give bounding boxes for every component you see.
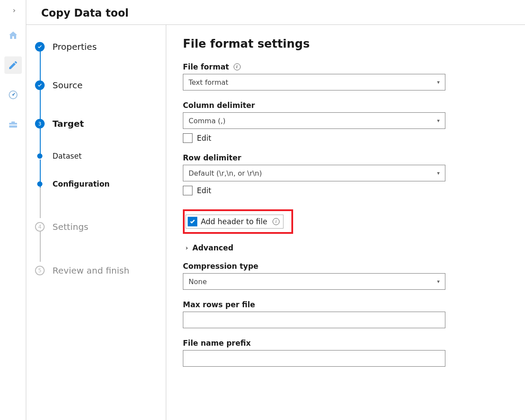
add-header-highlight: Add header to file i [183,209,293,234]
svg-rect-3 [11,121,15,123]
step-number-icon: 3 [35,119,45,128]
form-title: File format settings [183,37,508,50]
svg-point-1 [12,94,14,96]
chevron-down-icon: ▾ [437,79,440,85]
step-label: Source [52,80,83,90]
compression-value: None [189,278,207,286]
gauge-icon[interactable] [4,86,22,104]
field-row-delimiter: Row delimiter Default (\r,\n, or \r\n) ▾… [183,153,508,195]
step-review[interactable]: 5 Review and finish [35,262,157,279]
toolbox-icon[interactable] [4,116,22,133]
icon-rail: ›› [0,0,26,420]
field-column-delimiter: Column delimiter Comma (,) ▾ Edit [183,101,508,143]
chevron-down-icon: ▾ [437,278,440,285]
step-settings[interactable]: 4 Settings [35,218,157,236]
add-header-label: Add header to file [201,217,267,226]
content-row: Properties Source 3 Target Dataset [26,25,525,420]
info-icon[interactable]: i [273,218,280,225]
row-delimiter-edit-checkbox[interactable] [183,186,192,195]
step-label: Properties [52,42,97,52]
file-format-value: Text format [189,78,228,87]
substep-label: Dataset [52,152,82,160]
row-delimiter-select[interactable]: Default (\r,\n, or \r\n) ▾ [183,165,445,181]
file-format-label: File format [183,62,229,71]
column-delimiter-value: Comma (,) [189,117,226,125]
prefix-label: File name prefix [183,339,251,347]
step-properties[interactable]: Properties [35,38,157,56]
home-icon[interactable] [4,27,22,44]
dot-icon [37,181,42,187]
substep-configuration[interactable]: Configuration [35,176,157,192]
column-delimiter-label: Column delimiter [183,101,255,110]
main-column: Copy Data tool Properties Source 3 Targe [26,0,525,420]
max-rows-input[interactable] [183,312,445,328]
check-icon [35,80,45,90]
step-label: Settings [52,222,88,232]
svg-rect-4 [9,125,17,125]
check-icon [35,42,45,52]
wizard-steps-panel: Properties Source 3 Target Dataset [26,25,166,420]
max-rows-label: Max rows per file [183,300,255,309]
substep-label: Configuration [52,180,110,188]
step-number-icon: 5 [35,266,45,275]
advanced-expander[interactable]: › Advanced [186,243,508,252]
row-delimiter-edit-label: Edit [197,186,211,195]
advanced-label: Advanced [192,243,234,252]
info-icon[interactable]: i [234,63,241,70]
field-compression: Compression type None ▾ [183,262,508,290]
step-target[interactable]: 3 Target [35,115,157,132]
step-number-icon: 4 [35,222,45,232]
form-panel: File format settings File format i Text … [166,25,525,420]
row-delimiter-label: Row delimiter [183,153,241,162]
page-title: Copy Data tool [26,0,525,24]
field-file-format: File format i Text format ▾ [183,62,508,90]
dot-icon [37,153,42,159]
chevron-down-icon: ▾ [437,170,440,176]
chevron-down-icon: ▾ [437,118,440,124]
expand-rail-button[interactable]: ›› [13,6,13,14]
field-prefix: File name prefix [183,339,508,367]
prefix-input[interactable] [183,350,445,367]
column-delimiter-edit-checkbox[interactable] [183,133,192,143]
chevron-right-icon: › [186,244,188,251]
add-header-checkbox[interactable] [188,217,197,226]
compression-label: Compression type [183,262,259,271]
file-format-select[interactable]: Text format ▾ [183,74,445,90]
compression-select[interactable]: None ▾ [183,273,445,290]
row-delimiter-value: Default (\r,\n, or \r\n) [189,169,262,177]
substep-dataset[interactable]: Dataset [35,148,157,164]
column-delimiter-edit-label: Edit [197,134,211,142]
step-label: Review and finish [52,265,130,276]
field-max-rows: Max rows per file [183,300,508,328]
step-label: Target [52,118,84,129]
column-delimiter-select[interactable]: Comma (,) ▾ [183,112,445,129]
pencil-icon[interactable] [4,56,22,74]
step-source[interactable]: Source [35,76,157,94]
